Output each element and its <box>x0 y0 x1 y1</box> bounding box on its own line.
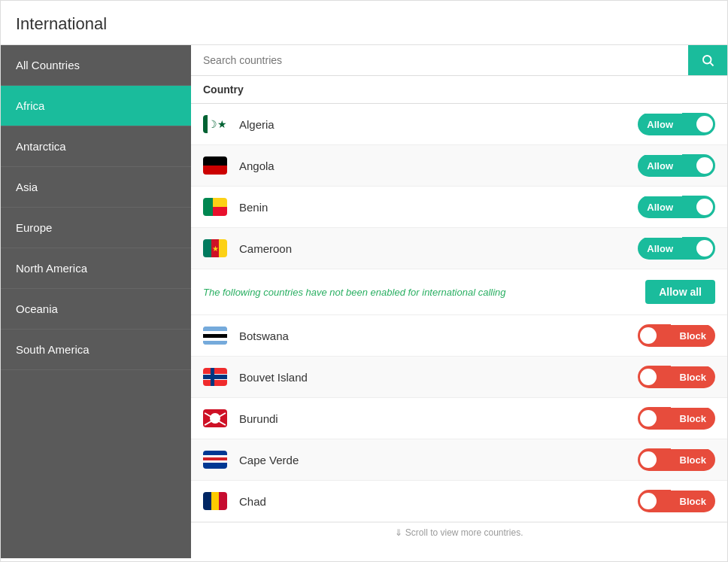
allow-label: Allow <box>638 114 682 135</box>
flag-benin <box>203 198 227 216</box>
toggle-switch-on[interactable] <box>682 154 715 177</box>
block-toggle[interactable]: Block <box>638 490 715 512</box>
allow-toggle[interactable]: Allow <box>638 154 715 177</box>
allow-toggle[interactable]: Allow <box>638 237 715 260</box>
allow-label: Allow <box>638 196 682 218</box>
country-name-benin: Benin <box>239 201 638 214</box>
sidebar-item-europe[interactable]: Europe <box>1 208 191 248</box>
country-row-botswana: BotswanaBlock <box>191 315 727 357</box>
search-input[interactable] <box>191 45 688 75</box>
toggle-switch-off[interactable] <box>638 324 671 347</box>
country-name-burundi: Burundi <box>239 412 638 425</box>
allow-toggle[interactable]: Allow <box>638 113 715 135</box>
flag-algeria: ☽★ <box>203 115 227 133</box>
country-name-cameroon: Cameroon <box>239 242 638 255</box>
scroll-hint: ⇓ Scroll to view more countries. <box>191 522 727 542</box>
toggle-switch-on[interactable] <box>682 113 715 135</box>
flag-cape-verde <box>203 451 227 469</box>
toggle-switch-off[interactable] <box>638 366 671 388</box>
country-row-benin: BeninAllow <box>191 187 727 228</box>
country-table: Country ☽★AlgeriaAllowAngolaAllowBeninAl… <box>191 76 727 558</box>
country-name-cape-verde: Cape Verde <box>239 454 638 466</box>
main-layout: All CountriesAfricaAntarcticaAsiaEuropeN… <box>1 45 727 558</box>
allow-toggle[interactable]: Allow <box>638 196 715 218</box>
country-row-cameroon: ★CameroonAllow <box>191 228 727 269</box>
table-header: Country <box>191 76 727 104</box>
flag-botswana <box>203 327 227 345</box>
country-name-bouvet-island: Bouvet Island <box>239 371 638 384</box>
search-icon <box>701 53 714 67</box>
divider-section: The following countries have not been en… <box>191 269 727 315</box>
flag-bouvet-island <box>203 368 227 386</box>
toggle-switch-on[interactable] <box>682 237 715 260</box>
page-container: International All CountriesAfricaAntarct… <box>0 0 728 562</box>
sidebar-item-all-countries[interactable]: All Countries <box>1 45 191 86</box>
sidebar-item-africa[interactable]: Africa <box>1 86 191 126</box>
search-button[interactable] <box>688 45 727 75</box>
country-name-angola: Angola <box>239 159 638 172</box>
allow-label: Allow <box>638 238 682 260</box>
sidebar-item-south-america[interactable]: South America <box>1 330 191 370</box>
country-row-bouvet-island: Bouvet IslandBlock <box>191 357 727 398</box>
block-toggle[interactable]: Block <box>638 407 715 430</box>
flag-burundi <box>203 409 227 427</box>
blocked-rows: BotswanaBlockBouvet IslandBlockBurundiBl… <box>191 315 727 522</box>
svg-point-0 <box>703 56 711 64</box>
allow-label: Allow <box>638 155 682 177</box>
flag-cameroon: ★ <box>203 239 227 257</box>
toggle-switch-off[interactable] <box>638 407 671 430</box>
country-name-chad: Chad <box>239 495 638 508</box>
sidebar-item-north-america[interactable]: North America <box>1 248 191 289</box>
content-area: Country ☽★AlgeriaAllowAngolaAllowBeninAl… <box>191 45 727 558</box>
block-label: Block <box>671 449 715 471</box>
block-toggle[interactable]: Block <box>638 448 715 471</box>
block-label: Block <box>671 325 715 347</box>
toggle-switch-on[interactable] <box>682 196 715 218</box>
flag-angola <box>203 156 227 175</box>
country-row-cape-verde: Cape VerdeBlock <box>191 439 727 481</box>
block-label: Block <box>671 366 715 388</box>
block-label: Block <box>671 491 715 512</box>
country-name-botswana: Botswana <box>239 330 638 342</box>
block-label: Block <box>671 408 715 430</box>
flag-chad <box>203 492 227 510</box>
country-row-chad: ChadBlock <box>191 481 727 522</box>
block-toggle[interactable]: Block <box>638 324 715 347</box>
sidebar: All CountriesAfricaAntarcticaAsiaEuropeN… <box>1 45 191 558</box>
toggle-switch-off[interactable] <box>638 490 671 512</box>
page-title: International <box>1 1 727 45</box>
country-name-algeria: Algeria <box>239 118 638 131</box>
sidebar-item-oceania[interactable]: Oceania <box>1 289 191 330</box>
sidebar-item-asia[interactable]: Asia <box>1 167 191 208</box>
svg-line-1 <box>710 62 713 65</box>
divider-text: The following countries have not been en… <box>203 287 506 298</box>
allowed-rows: ☽★AlgeriaAllowAngolaAllowBeninAllow★Came… <box>191 104 727 269</box>
block-toggle[interactable]: Block <box>638 366 715 388</box>
country-row-algeria: ☽★AlgeriaAllow <box>191 104 727 145</box>
country-row-burundi: BurundiBlock <box>191 398 727 439</box>
allow-all-button[interactable]: Allow all <box>645 280 715 304</box>
search-bar <box>191 45 727 76</box>
toggle-switch-off[interactable] <box>638 448 671 471</box>
sidebar-item-antarctica[interactable]: Antarctica <box>1 126 191 167</box>
country-row-angola: AngolaAllow <box>191 145 727 187</box>
